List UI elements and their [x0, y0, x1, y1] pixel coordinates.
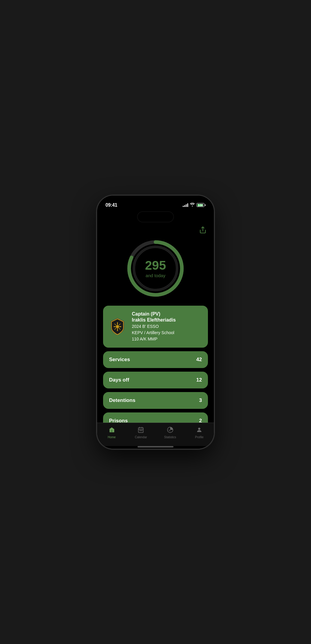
ring-number: 295 — [145, 259, 166, 271]
dynamic-island — [138, 212, 173, 222]
stat-value-1: 12 — [196, 377, 202, 383]
phone-frame: 09:41 100 — [97, 196, 214, 449]
stat-label-2: Detentions — [109, 397, 135, 403]
wifi-icon — [190, 203, 195, 207]
home-icon — [108, 427, 115, 434]
svg-point-14 — [117, 326, 118, 327]
tab-statistics[interactable]: Statistics — [156, 425, 185, 440]
status-time: 09:41 — [105, 202, 117, 208]
battery-level: 100 — [198, 203, 203, 207]
military-badge-icon — [108, 317, 127, 336]
signal-bars-icon — [183, 203, 188, 207]
tab-profile[interactable]: Profile — [185, 425, 214, 440]
ring-center: 295 and today — [145, 259, 166, 278]
tab-bar: Home Calendar — [97, 423, 214, 446]
profile-line2: KEPV / Artillery School — [132, 330, 203, 336]
svg-rect-15 — [138, 427, 144, 433]
main-content: 295 and today — [97, 222, 214, 423]
stat-row-days-off[interactable]: Days off 12 — [103, 372, 208, 388]
stat-row-services[interactable]: Services 42 — [103, 351, 208, 368]
stat-row-detentions[interactable]: Detentions 3 — [103, 392, 208, 409]
home-indicator — [138, 446, 173, 448]
svg-rect-21 — [142, 430, 143, 431]
stat-label-1: Days off — [109, 377, 129, 383]
tab-calendar[interactable]: Calendar — [126, 425, 156, 440]
profile-line1: 2024 B' ESSO — [132, 323, 203, 330]
stat-rows: Services 42 Days off 12 Detentions 3 Pri… — [103, 351, 208, 422]
statistics-icon — [167, 427, 173, 434]
profile-line3: 110 A/K MMP — [132, 336, 203, 342]
battery-icon: 100 — [197, 203, 206, 207]
profile-name: Iraklis Eleftheriadis — [132, 317, 203, 323]
ring-label: and today — [145, 273, 166, 278]
status-right: 100 — [183, 203, 206, 207]
screen: 09:41 100 — [97, 196, 214, 449]
share-button[interactable] — [198, 225, 208, 236]
profile-rank: Captain (PV) — [132, 311, 203, 317]
tab-home[interactable]: Home — [97, 425, 126, 440]
tab-statistics-label: Statistics — [164, 436, 176, 439]
tab-profile-label: Profile — [195, 436, 203, 439]
tab-home-label: Home — [108, 436, 116, 439]
profile-card[interactable]: Captain (PV) Iraklis Eleftheriadis 2024 … — [103, 306, 208, 348]
tab-calendar-label: Calendar — [135, 436, 147, 439]
profile-icon — [196, 427, 203, 434]
svg-rect-20 — [141, 430, 141, 431]
share-button-container — [103, 225, 208, 236]
stat-label-0: Services — [109, 357, 130, 363]
svg-point-22 — [198, 427, 200, 430]
status-bar: 09:41 100 — [97, 196, 214, 211]
stat-label-3: Prisons — [109, 418, 128, 422]
stat-value-2: 3 — [199, 397, 202, 403]
profile-info: Captain (PV) Iraklis Eleftheriadis 2024 … — [132, 311, 203, 343]
stat-value-0: 42 — [196, 357, 202, 363]
ring-chart: 295 and today — [126, 238, 185, 298]
calendar-icon — [138, 427, 144, 434]
svg-rect-19 — [140, 430, 141, 431]
stat-row-prisons[interactable]: Prisons 2 — [103, 412, 208, 422]
stat-value-3: 2 — [199, 418, 202, 422]
